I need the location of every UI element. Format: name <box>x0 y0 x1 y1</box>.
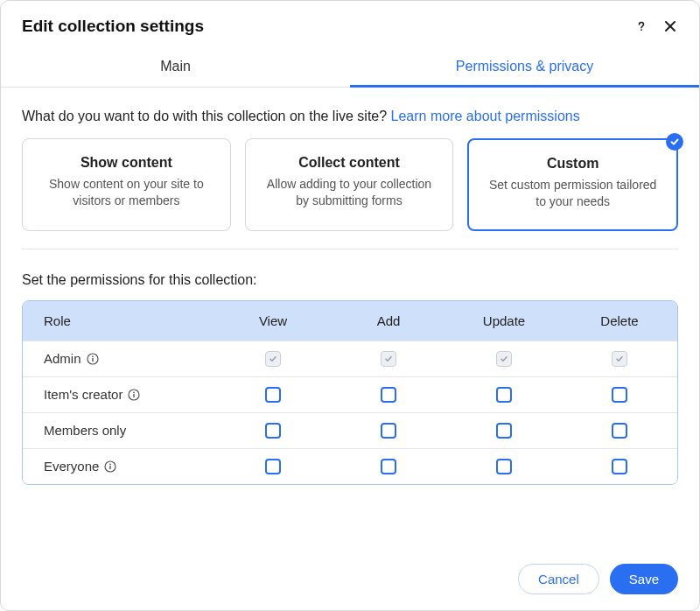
checkbox-creator-add[interactable] <box>381 387 396 403</box>
card-desc: Set custom permission tailored to your n… <box>483 177 662 210</box>
checkbox-admin-view <box>265 351 281 367</box>
svg-rect-9 <box>110 466 111 469</box>
checkbox-creator-view[interactable] <box>265 387 281 403</box>
role-label: Everyone <box>23 459 215 474</box>
dialog-header: Edit collection settings <box>1 1 699 46</box>
save-button[interactable]: Save <box>610 564 678 594</box>
header-update: Update <box>446 313 562 328</box>
checkbox-members-update[interactable] <box>496 423 512 439</box>
svg-point-0 <box>640 29 642 31</box>
role-text: Item's creator <box>44 387 122 402</box>
card-title: Custom <box>483 156 662 172</box>
checkbox-members-delete[interactable] <box>612 423 627 439</box>
card-custom[interactable]: Custom Set custom permission tailored to… <box>467 138 678 231</box>
dialog: Edit collection settings Main Permission… <box>0 0 700 611</box>
info-icon[interactable] <box>104 460 116 473</box>
close-icon[interactable] <box>662 18 678 34</box>
svg-rect-3 <box>92 358 93 362</box>
table-row-creator: Item's creator <box>23 376 677 412</box>
tabs: Main Permissions & privacy <box>1 46 699 88</box>
option-cards: Show content Show content on your site t… <box>22 138 678 231</box>
info-icon[interactable] <box>128 389 140 401</box>
card-show-content[interactable]: Show content Show content on your site t… <box>22 138 231 231</box>
dialog-footer: Cancel Save <box>1 548 699 610</box>
learn-more-link[interactable]: Learn more about permissions <box>391 109 580 123</box>
svg-point-5 <box>133 391 135 393</box>
checkbox-admin-update <box>496 351 512 367</box>
svg-point-2 <box>92 355 94 357</box>
header-role: Role <box>23 313 215 328</box>
role-label: Item's creator <box>23 387 215 402</box>
table-row-members: Members only <box>23 412 677 448</box>
checkbox-everyone-add[interactable] <box>381 459 396 474</box>
tab-main[interactable]: Main <box>1 46 350 87</box>
question-row: What do you want to do with this collect… <box>22 109 678 124</box>
permissions-table: Role View Add Update Delete Admin <box>22 300 678 485</box>
table-row-admin: Admin <box>23 341 677 376</box>
content: What do you want to do with this collect… <box>1 88 699 548</box>
checkbox-everyone-view[interactable] <box>265 459 281 474</box>
card-collect-content[interactable]: Collect content Allow adding to your col… <box>245 138 454 231</box>
checkbox-creator-delete[interactable] <box>612 387 627 403</box>
cancel-button[interactable]: Cancel <box>518 564 599 594</box>
card-title: Show content <box>37 155 216 171</box>
question-text: What do you want to do with this collect… <box>22 109 391 123</box>
checkbox-creator-update[interactable] <box>496 387 512 403</box>
section-label: Set the permissions for this collection: <box>22 272 678 288</box>
role-text: Members only <box>44 423 126 438</box>
checkbox-members-view[interactable] <box>265 423 281 439</box>
selected-badge-icon <box>666 133 683 151</box>
header-actions <box>634 18 678 34</box>
header-delete: Delete <box>562 313 677 328</box>
checkbox-everyone-update[interactable] <box>496 459 512 474</box>
role-label: Admin <box>23 351 215 366</box>
help-icon[interactable] <box>634 19 648 33</box>
role-label: Members only <box>23 423 215 438</box>
checkbox-admin-delete <box>612 351 627 367</box>
dialog-title: Edit collection settings <box>22 17 204 36</box>
card-desc: Show content on your site to visitors or… <box>37 176 216 209</box>
table-row-everyone: Everyone <box>23 448 677 484</box>
divider <box>22 249 678 249</box>
card-title: Collect content <box>260 155 439 171</box>
checkbox-members-add[interactable] <box>381 423 396 439</box>
role-text: Everyone <box>44 459 99 474</box>
table-header: Role View Add Update Delete <box>23 301 677 341</box>
svg-point-8 <box>109 463 111 465</box>
header-view: View <box>215 313 331 328</box>
checkbox-everyone-delete[interactable] <box>612 459 627 474</box>
checkbox-admin-add <box>381 351 396 367</box>
tab-permissions[interactable]: Permissions & privacy <box>350 46 699 87</box>
header-add: Add <box>331 313 446 328</box>
role-text: Admin <box>44 351 81 366</box>
card-desc: Allow adding to your collection by submi… <box>260 176 439 209</box>
info-icon[interactable] <box>87 353 99 365</box>
svg-rect-6 <box>134 394 135 397</box>
